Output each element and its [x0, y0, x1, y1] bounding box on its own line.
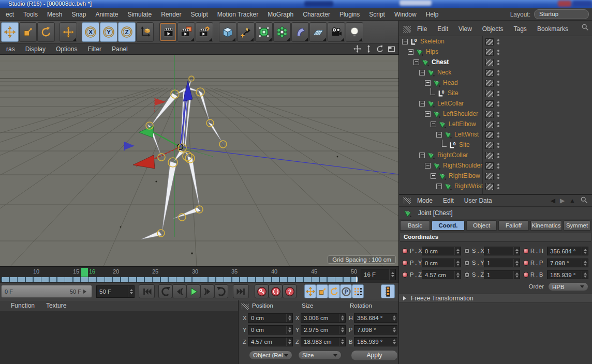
spinner-icon[interactable] [339, 314, 345, 322]
size-field[interactable]: 18.983 cm [301, 337, 346, 346]
menu-snap[interactable]: Snap [67, 11, 91, 18]
om-menu-view[interactable]: View [453, 25, 477, 33]
position-field[interactable]: 0 cm [248, 313, 293, 323]
size-field[interactable]: 2.975 cm [301, 325, 346, 335]
rotation-field[interactable]: 356.684 ° [354, 313, 397, 323]
spinner-icon[interactable] [454, 259, 461, 267]
tree-collapse-box[interactable] [431, 173, 436, 179]
coord-mode-dropdown[interactable]: Object (Rel [249, 351, 292, 360]
tree-item-leftelbow[interactable]: LeftElbow [399, 119, 592, 129]
tree-collapse-box[interactable] [425, 80, 431, 86]
visibility-dots-icon[interactable] [497, 163, 499, 169]
tree-collapse-box[interactable] [419, 70, 425, 75]
layer-toggle-icon[interactable] [485, 131, 494, 139]
tree-collapse-box[interactable] [431, 122, 436, 127]
spinner-icon[interactable] [286, 314, 292, 322]
keyframe-dot-rotation[interactable] [523, 272, 529, 278]
tab-object[interactable]: Object [466, 220, 497, 231]
add-cube-button[interactable] [219, 22, 236, 42]
apply-button[interactable]: Apply [351, 350, 398, 361]
spinner-icon[interactable] [513, 247, 520, 255]
frame-spinner[interactable] [389, 269, 395, 280]
timeline-ruler[interactable]: 16 16 F 101520253035404550 [0, 266, 398, 282]
spinner-icon[interactable] [391, 338, 397, 346]
visibility-dots-icon[interactable] [497, 132, 499, 138]
titlebar[interactable]: Studio (R16) - [000008dc.bvh *] [0, 0, 592, 8]
keyframe-dot-scale[interactable] [464, 248, 470, 254]
viewport-pan-icon[interactable] [352, 44, 362, 54]
freeze-transformation-section[interactable]: Freeze Transformation [399, 294, 592, 303]
menu-plugins[interactable]: Plugins [335, 11, 364, 18]
position-field[interactable]: 4.57 cm [248, 337, 293, 346]
menu-sculpt[interactable]: Sculpt [186, 11, 212, 18]
spinner-icon[interactable] [391, 326, 397, 334]
key-position-button[interactable] [304, 284, 316, 298]
tree-collapse-box[interactable] [436, 184, 442, 189]
next-frame-button[interactable] [200, 284, 214, 298]
tree-item-rightwrist[interactable]: RightWrist [399, 181, 592, 191]
play-button[interactable] [186, 284, 200, 298]
render-view-button[interactable] [159, 22, 177, 42]
search-icon[interactable] [580, 196, 588, 205]
autokeying-button[interactable] [269, 284, 283, 298]
tree-item-leftshoulder[interactable]: LeftShoulder [399, 109, 592, 119]
lock-z-axis-button[interactable]: Z [118, 22, 136, 42]
tree-item-site-10[interactable]: 0Site [399, 140, 592, 150]
menu-help[interactable]: Help [421, 11, 443, 18]
panel-grip[interactable] [241, 304, 249, 310]
tab-falloff[interactable]: Falloff [498, 220, 529, 231]
keyframe-dot-position[interactable] [402, 260, 408, 266]
visibility-dots-icon[interactable] [497, 50, 499, 55]
viewport-menu-ras[interactable]: ras [1, 46, 20, 53]
layer-toggle-icon[interactable] [485, 69, 494, 77]
scale-field[interactable]: 1 [484, 247, 520, 255]
spinner-icon[interactable] [339, 326, 345, 334]
add-camera-button[interactable] [328, 22, 345, 42]
scale-tool-button[interactable] [19, 22, 37, 42]
position-field[interactable]: 0 cm [422, 247, 461, 255]
om-menu-file[interactable]: File [412, 25, 432, 33]
am-menu-mode[interactable]: Mode [412, 197, 438, 204]
tree-item-site-5[interactable]: 0Site [399, 88, 592, 98]
viewport-menu-panel[interactable]: Panel [107, 46, 133, 53]
layer-toggle-icon[interactable] [485, 100, 494, 108]
rotation-field[interactable]: 185.939 ° [547, 270, 588, 279]
layer-toggle-icon[interactable] [485, 38, 494, 46]
order-dropdown[interactable]: HPB [548, 282, 588, 291]
menu-tools[interactable]: Tools [19, 11, 42, 18]
timeline-panel-content[interactable] [0, 311, 238, 364]
tree-item-head[interactable]: Head [399, 78, 592, 88]
move-tool-button[interactable] [1, 22, 19, 42]
rotate-tool-button[interactable] [37, 22, 55, 42]
key-scale-button[interactable] [316, 284, 328, 298]
render-picture-viewer-button[interactable] [177, 22, 195, 42]
spinner-icon[interactable] [454, 247, 461, 255]
visibility-dots-icon[interactable] [497, 184, 499, 189]
menu-script[interactable]: Script [364, 11, 390, 18]
keyframe-dot-scale[interactable] [464, 272, 470, 278]
tree-item-hips[interactable]: Hips [399, 47, 592, 57]
keyframe-dot-position[interactable] [402, 272, 408, 278]
tree-collapse-box[interactable] [413, 59, 419, 65]
minimal-timeline-button[interactable] [381, 284, 395, 298]
keying-help-button[interactable]: ? [283, 284, 297, 298]
visibility-dots-icon[interactable] [497, 153, 499, 158]
add-cloner-button[interactable] [273, 22, 291, 42]
tree-item-chest[interactable]: Chest [399, 57, 592, 67]
position-field[interactable]: 0 cm [248, 325, 293, 335]
key-pla-button[interactable] [352, 284, 364, 298]
menu-mograph[interactable]: MoGraph [263, 11, 298, 18]
next-key-button[interactable] [214, 284, 228, 298]
spinner-icon[interactable] [513, 271, 520, 279]
rotation-field[interactable]: 185.939 ° [354, 337, 397, 346]
tree-collapse-box[interactable] [425, 163, 431, 169]
spinner-icon[interactable] [513, 259, 520, 267]
render-settings-button[interactable] [196, 22, 213, 42]
viewport-toggle-view-icon[interactable] [387, 44, 396, 54]
tree-collapse-box[interactable] [402, 39, 408, 44]
last-used-tool-button[interactable] [60, 22, 77, 42]
add-spline-button[interactable] [237, 22, 255, 42]
lock-y-axis-button[interactable]: Y [100, 22, 117, 42]
spinner-icon[interactable] [286, 338, 292, 346]
tree-collapse-box[interactable] [419, 101, 425, 107]
